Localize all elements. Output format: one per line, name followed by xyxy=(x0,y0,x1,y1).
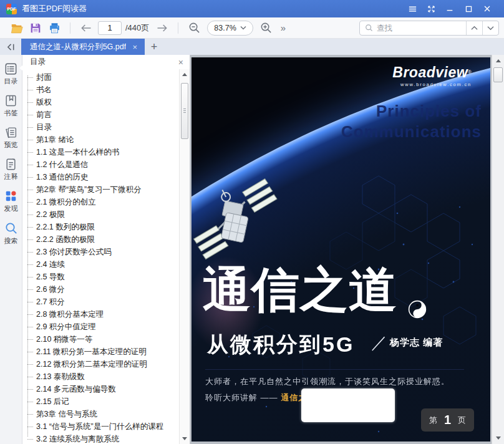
toc-item[interactable]: 2.1 微积分的创立 xyxy=(22,196,179,208)
next-page-button[interactable] xyxy=(153,19,172,37)
toc-item[interactable]: 2.2.1 数列的极限 xyxy=(22,221,179,233)
toc-item[interactable]: 1.1 这是一本什么样的书 xyxy=(22,146,179,158)
toc-item[interactable]: 3.1 “信号与系统”是一门什么样的课程 xyxy=(22,420,179,433)
page-number-input[interactable] xyxy=(98,21,122,35)
sidebar-item-bookmarks[interactable]: 书签 xyxy=(0,94,22,118)
toc-scrollbar[interactable] xyxy=(179,69,190,444)
search-box xyxy=(359,21,499,36)
maximize-button[interactable] xyxy=(459,0,478,17)
search-panel-icon xyxy=(4,221,18,235)
search-field[interactable] xyxy=(360,21,466,35)
scroll-up-button[interactable] xyxy=(492,55,504,66)
new-tab-button[interactable]: + xyxy=(145,39,163,55)
search-input[interactable] xyxy=(377,24,458,32)
sidebar-item-toc[interactable]: 目录 xyxy=(0,62,22,86)
minimize-button[interactable] xyxy=(440,0,459,17)
page-area: Broadview® www.broadview.com.cn Principl… xyxy=(190,55,492,444)
toc-item[interactable]: 第1章 绪论 xyxy=(22,133,179,146)
toc-item[interactable]: 2.2.2 函数的极限 xyxy=(22,233,179,246)
publisher-brand: Broadview® www.broadview.com.cn xyxy=(392,64,472,87)
toc-item[interactable]: 前言 xyxy=(22,109,179,121)
zoom-in-button[interactable] xyxy=(257,19,276,37)
toc-item[interactable]: 2.4 连续 xyxy=(22,258,179,271)
tab-close-icon[interactable]: × xyxy=(131,42,138,52)
toc-item-label: 2.2.2 函数的极限 xyxy=(36,234,95,245)
sidebar-label-discover: 注释 xyxy=(4,172,18,181)
document-scrollbar[interactable] xyxy=(492,55,504,444)
cover-watermark-text: Principles of Communications xyxy=(341,101,482,142)
toc-item-label: 2.12 微积分第二基本定理的证明 xyxy=(36,359,147,370)
tagline2-prefix: 聆听大师讲解 —— xyxy=(205,393,281,402)
prev-page-button[interactable] xyxy=(77,19,95,37)
toc-item[interactable]: 2.13 泰勒级数 xyxy=(22,370,179,383)
open-file-button[interactable] xyxy=(7,19,26,37)
triangle-up-icon xyxy=(496,57,501,62)
redacted-white-box xyxy=(301,388,395,422)
sidebar-item-preview[interactable]: 预览 xyxy=(0,126,22,150)
sidebar-item-discover[interactable]: 发现 xyxy=(0,190,22,213)
toc-item-label: 2.13 泰勒级数 xyxy=(36,372,85,382)
toc-panel: 目录 × 封面 书名 版权 前言 目录 第1 xyxy=(22,55,190,444)
toc-item[interactable]: 书名 xyxy=(22,84,179,96)
toc-item-label: 2.10 稍微等一等 xyxy=(36,334,92,345)
toc-item-label: 2.7 积分 xyxy=(36,297,65,307)
zoom-level-dropdown[interactable]: 83.7% xyxy=(207,21,253,36)
sidebar-item-search[interactable]: 搜索 xyxy=(0,221,22,246)
toc-item[interactable]: 2.3 你讨厌数学公式吗 xyxy=(22,246,179,258)
close-button[interactable] xyxy=(478,0,497,17)
author-slash: ／ xyxy=(371,332,387,354)
triangle-down-icon xyxy=(182,437,187,443)
toc-item[interactable]: 第3章 信号与系统 xyxy=(22,408,179,420)
find-previous-button[interactable] xyxy=(466,21,482,35)
toc-item[interactable]: 3.2 连续系统与离散系统 xyxy=(22,433,179,444)
collapse-sidebar-button[interactable] xyxy=(0,39,21,55)
toc-item[interactable]: 2.12 微积分第二基本定理的证明 xyxy=(22,358,179,370)
toc-item-label: 1.2 什么是通信 xyxy=(36,160,88,170)
toc-item[interactable]: 2.11 微积分第一基本定理的证明 xyxy=(22,345,179,358)
toc-item-label: 第2章 帮“菜鸟”复习一下微积分 xyxy=(36,185,142,195)
toc-item[interactable]: 2.7 积分 xyxy=(22,296,179,308)
toc-close-icon[interactable]: × xyxy=(178,57,183,67)
fullscreen-button[interactable] xyxy=(422,0,440,17)
toc-item[interactable]: 版权 xyxy=(22,96,179,109)
scroll-down-button[interactable] xyxy=(492,433,504,444)
arrow-right-icon xyxy=(156,23,168,33)
toc-item[interactable]: 封面 xyxy=(22,71,179,84)
toc-item-label: 目录 xyxy=(36,122,52,133)
document-tab[interactable]: 通信之道-从微积分到5G.pdf × xyxy=(21,39,145,55)
pdf-page-book-cover[interactable]: Broadview® www.broadview.com.cn Principl… xyxy=(191,57,490,442)
print-button[interactable] xyxy=(45,19,64,37)
find-next-button[interactable] xyxy=(482,21,498,35)
toc-item[interactable]: 2.10 稍微等一等 xyxy=(22,333,179,345)
toc-scrollbar-thumb[interactable] xyxy=(181,83,188,139)
toc-item[interactable]: 2.9 积分中值定理 xyxy=(22,321,179,333)
maximize-icon xyxy=(465,5,473,13)
brand-url: www.broadview.com.cn xyxy=(392,82,472,87)
zoom-out-button[interactable] xyxy=(185,19,203,37)
save-button[interactable] xyxy=(26,19,45,37)
author-name: 杨学志 编著 xyxy=(390,337,443,349)
toc-item-label: 1.1 这是一本什么样的书 xyxy=(36,147,119,158)
triangle-down-icon xyxy=(496,437,501,442)
toc-item[interactable]: 1.2 什么是通信 xyxy=(22,158,179,171)
more-tools-button[interactable]: » xyxy=(276,22,291,33)
sidebar-item-annotations[interactable]: 注释 xyxy=(0,158,22,181)
toc-item[interactable]: 2.5 导数 xyxy=(22,271,179,283)
toc-item-label: 2.8 微积分基本定理 xyxy=(36,309,104,320)
toc-item[interactable]: 2.2 极限 xyxy=(22,208,179,221)
yinyang-icon xyxy=(408,300,427,319)
toc-scroll-down-button[interactable] xyxy=(180,434,190,444)
menu-button[interactable] xyxy=(403,0,422,17)
app-logo-icon: PDF xyxy=(6,4,17,14)
toc-item[interactable]: 目录 xyxy=(22,121,179,133)
sidebar-label-toc: 目录 xyxy=(4,77,18,86)
toc-item[interactable]: 2.8 微积分基本定理 xyxy=(22,308,179,321)
tab-title: 通信之道-从微积分到5G.pdf xyxy=(30,42,126,52)
toc-item[interactable]: 2.15 后记 xyxy=(22,395,179,408)
toc-scroll-up-button[interactable] xyxy=(180,69,190,79)
toc-item[interactable]: 2.14 多元函数与偏导数 xyxy=(22,383,179,395)
document-scrollbar-thumb[interactable] xyxy=(493,67,503,82)
toc-item[interactable]: 第2章 帮“菜鸟”复习一下微积分 xyxy=(22,183,179,196)
toc-item[interactable]: 2.6 微分 xyxy=(22,283,179,296)
toc-item[interactable]: 1.3 通信的历史 xyxy=(22,171,179,183)
